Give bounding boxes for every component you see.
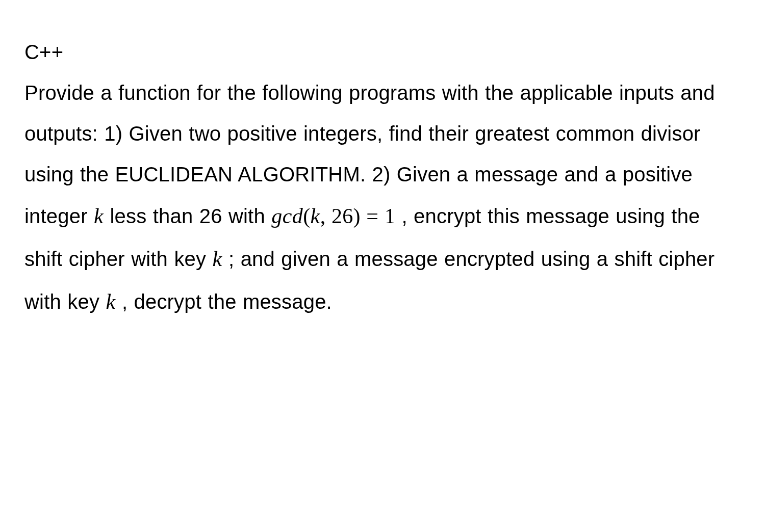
math-close-paren: ) <box>353 204 360 228</box>
document-page: C++ Provide a function for the following… <box>0 0 765 348</box>
math-var-k-1: k <box>94 204 104 228</box>
math-gcd-fn: gcd <box>271 204 303 228</box>
text-segment-5: , decrypt the message. <box>116 290 332 313</box>
math-open-paren: ( <box>303 204 310 228</box>
text-segment-2: less than 26 with <box>104 205 271 227</box>
problem-statement: Provide a function for the following pro… <box>24 72 741 323</box>
language-heading: C++ <box>24 32 741 72</box>
math-gcd-k: k <box>311 204 320 228</box>
math-26: 26 <box>332 204 353 228</box>
math-var-k-3: k <box>106 290 115 313</box>
math-comma: , <box>320 204 332 228</box>
math-one: 1 <box>385 204 395 228</box>
math-var-k-2: k <box>213 247 222 271</box>
math-equals: = <box>361 204 385 228</box>
